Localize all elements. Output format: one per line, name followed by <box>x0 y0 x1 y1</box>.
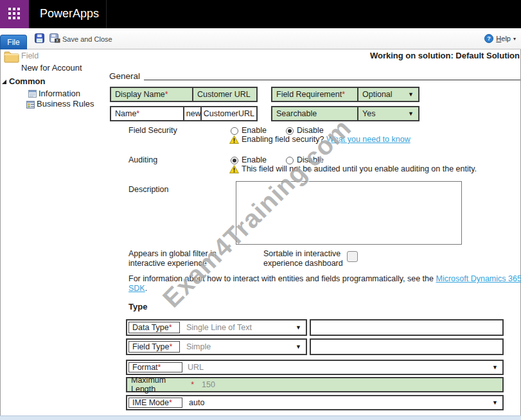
searchable-select[interactable]: Yes ▼ <box>357 107 418 120</box>
description-label: Description <box>128 185 169 194</box>
auditing-disable-radio[interactable] <box>286 157 294 164</box>
what-you-need-to-know-link[interactable]: What you need to know <box>326 135 411 144</box>
maximum-length-field: Maximum Length* 150 <box>126 377 504 392</box>
name-field: Name* new CustomerURL <box>110 106 258 121</box>
folder-icon <box>4 51 19 63</box>
bottom-status-strip <box>0 416 521 420</box>
auditing-enable-radio[interactable] <box>231 157 238 164</box>
auditing-enable-label: Enable <box>242 155 267 164</box>
help-label: Help <box>496 35 511 42</box>
display-name-field: Display Name* Customer URL <box>110 87 258 102</box>
field-security-warning: Enabling field security? What you need t… <box>229 135 411 144</box>
ribbon-toolbar: File x Save and Close ? Help ▾ <box>0 28 521 49</box>
working-on-solution-label: Working on solution: Default Solution <box>370 51 520 60</box>
help-icon: ? <box>484 34 493 43</box>
tree-collapse-icon[interactable] <box>2 80 6 84</box>
field-security-enable-label: Enable <box>242 126 267 135</box>
section-title-type: Type <box>128 302 147 311</box>
maximum-length-input[interactable]: 150 <box>194 378 219 391</box>
name-input[interactable]: CustomerURL <box>200 107 256 120</box>
display-name-label: Display Name* <box>111 88 192 101</box>
sidebar-item-business-rules[interactable]: Business Rules <box>37 99 94 109</box>
help-menu[interactable]: ? Help ▾ <box>484 34 516 43</box>
field-security-enable-radio[interactable] <box>231 127 238 135</box>
global-filter-label: Appears in global filter in interactive … <box>128 249 243 268</box>
field-requirement-field: Field Requirement* Optional ▼ <box>271 87 419 102</box>
save-and-close-icon[interactable]: x <box>49 33 60 43</box>
data-type-field: Data Type* Single Line of Text ▼ <box>126 319 307 336</box>
auditing-warning-text: This field will not be audited until you… <box>242 164 477 173</box>
field-security-label: Field Security <box>128 126 177 135</box>
save-icon[interactable] <box>35 33 44 43</box>
information-icon <box>28 90 37 98</box>
section-title-general: General <box>109 71 140 81</box>
general-section-rule <box>144 80 520 80</box>
chevron-down-icon: ▼ <box>296 344 301 350</box>
format-field: Format* URL ▼ <box>126 360 504 375</box>
data-type-select[interactable]: Single Line of Text ▼ <box>180 320 306 335</box>
searchable-field: Searchable Yes ▼ <box>271 106 419 121</box>
format-label: Format* <box>128 362 182 372</box>
app-launcher-tile[interactable] <box>0 0 29 28</box>
sidebar-item-information[interactable]: Information <box>39 89 80 98</box>
auditing-label: Auditing <box>128 155 157 164</box>
header-divider <box>106 0 107 28</box>
business-rules-icon <box>26 100 35 109</box>
ime-mode-select[interactable]: auto ▼ <box>182 396 502 409</box>
chevron-down-icon: ▼ <box>408 91 414 98</box>
display-name-input[interactable]: Customer URL <box>192 88 256 101</box>
name-label: Name* <box>111 107 183 120</box>
field-requirement-select[interactable]: Optional ▼ <box>357 88 418 101</box>
field-type-extra-input[interactable] <box>310 338 504 355</box>
warning-icon <box>229 165 239 173</box>
field-security-disable-radio[interactable] <box>286 127 294 135</box>
waffle-icon <box>8 8 21 21</box>
name-prefix: new <box>183 107 200 120</box>
ime-mode-label: IME Mode* <box>128 398 182 408</box>
entity-type-label: Field <box>21 51 39 60</box>
field-type-label: Field Type* <box>128 341 180 353</box>
help-caret-icon: ▾ <box>513 36 516 42</box>
svg-text:?: ? <box>488 35 491 42</box>
data-type-label: Data Type* <box>128 322 180 333</box>
sdk-info-text: For information about how to interact wi… <box>128 274 521 293</box>
field-security-disable-label: Disable <box>297 126 324 135</box>
data-type-extra-input[interactable] <box>310 319 504 336</box>
field-security-warning-text: Enabling field security? <box>242 135 326 144</box>
warning-icon <box>229 136 239 144</box>
chevron-down-icon: ▼ <box>492 399 498 406</box>
chevron-down-icon: ▼ <box>408 110 414 117</box>
chevron-down-icon: ▼ <box>296 324 301 331</box>
auditing-warning: This field will not be audited until you… <box>229 164 477 173</box>
chevron-down-icon: ▼ <box>492 364 498 371</box>
top-app-bar: PowerApps <box>0 0 521 28</box>
save-and-close-label[interactable]: Save and Close <box>62 35 112 43</box>
format-select[interactable]: URL ▼ <box>182 361 502 374</box>
file-menu-button[interactable]: File <box>0 35 27 49</box>
powerapps-field-editor-window: PowerApps File x Save and Close ? Help ▾ <box>0 0 521 420</box>
field-type-select[interactable]: Simple ▼ <box>180 340 306 354</box>
sortable-checkbox[interactable] <box>347 251 358 262</box>
searchable-label: Searchable <box>272 107 357 120</box>
auditing-disable-label: Disable <box>297 155 324 164</box>
field-requirement-label: Field Requirement* <box>272 88 357 101</box>
app-title: PowerApps <box>40 7 99 21</box>
tree-group-common[interactable]: Common <box>9 76 45 86</box>
sortable-label: Sortable in interactive experience dashb… <box>263 249 348 268</box>
ime-mode-field: IME Mode* auto ▼ <box>126 395 504 410</box>
description-textarea[interactable] <box>236 181 462 245</box>
entity-name-label: New for Account <box>21 63 82 73</box>
maximum-length-label: Maximum Length* <box>127 378 194 391</box>
field-type-field: Field Type* Simple ▼ <box>126 338 307 355</box>
